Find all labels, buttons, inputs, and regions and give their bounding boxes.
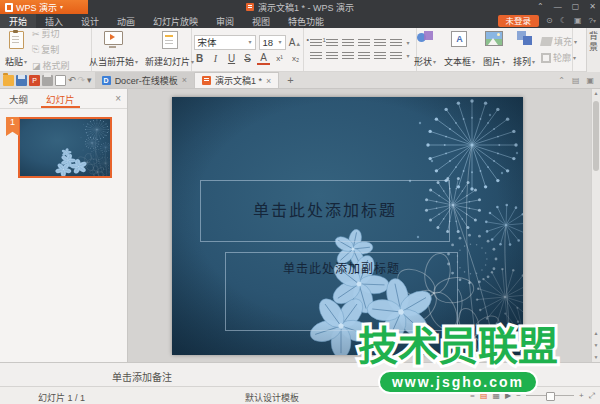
- play-from-current-button[interactable]: 从当前开始▾: [87, 30, 140, 69]
- bold-button[interactable]: B: [193, 53, 206, 64]
- outline-icon: [541, 53, 551, 63]
- font-size-select[interactable]: 18▾: [259, 35, 286, 50]
- underline-button[interactable]: U: [225, 53, 238, 64]
- document-tab-bar: P ↶ ↷ ▾ D Docer-在线模板 × 演示文稿1 * × + ⌃ ▤ ▣: [0, 72, 600, 89]
- previous-slide-icon[interactable]: ▲: [592, 331, 600, 336]
- doc-tab-docer[interactable]: D Docer-在线模板 ×: [95, 72, 195, 88]
- font-name-select[interactable]: 宋体▾: [194, 35, 256, 50]
- justify-icon[interactable]: [358, 52, 370, 61]
- watermark: 技术员联盟 技术员联盟 www.jsgho.com: [352, 325, 564, 394]
- copy-button[interactable]: ⎘ 复制: [32, 43, 70, 56]
- insert-group: 形状▾ A 文本框▾ 图片▾ 排列▾ 填充▾ 轮廓▾: [417, 28, 573, 71]
- vertical-scrollbar[interactable]: ▲ ▲ ▼ ▼: [591, 89, 600, 362]
- tab-special-features[interactable]: 特色功能: [279, 14, 333, 28]
- slide-number-tag: 1: [6, 117, 19, 136]
- tab-animation[interactable]: 动画: [108, 14, 144, 28]
- next-slide-icon[interactable]: ▼: [592, 343, 600, 348]
- print-preview-icon[interactable]: [55, 75, 66, 86]
- close-button[interactable]: ✕: [589, 3, 596, 11]
- close-tab-icon[interactable]: ×: [182, 75, 187, 85]
- tab-review[interactable]: 审阅: [207, 14, 243, 28]
- text-direction-icon[interactable]: [390, 39, 402, 48]
- paste-button[interactable]: 粘贴▾: [3, 30, 29, 69]
- tabbar-tool-icon-3[interactable]: ▣: [586, 76, 594, 85]
- strikethrough-button[interactable]: S: [241, 53, 254, 64]
- distribute-icon[interactable]: [374, 52, 386, 61]
- subtitle-placeholder[interactable]: 单击此处添加副标题: [225, 252, 458, 331]
- feedback-icon[interactable]: ⊙: [546, 17, 553, 25]
- subscript-button[interactable]: x₂: [289, 54, 302, 63]
- new-tab-button[interactable]: +: [279, 72, 301, 88]
- tab-view[interactable]: 视图: [243, 14, 279, 28]
- open-file-icon[interactable]: [3, 75, 14, 86]
- scissors-icon: ✂: [32, 29, 40, 39]
- close-tab-icon[interactable]: ×: [266, 76, 271, 86]
- italic-button[interactable]: I: [209, 53, 222, 64]
- wps-logo-button[interactable]: WPS 演示 ▾: [0, 0, 88, 14]
- slide-thumbnail-1[interactable]: 1: [18, 117, 112, 178]
- minimize-button[interactable]: —: [554, 3, 562, 11]
- line-spacing-icon[interactable]: [374, 39, 386, 48]
- tab-design[interactable]: 设计: [72, 14, 108, 28]
- arrange-button[interactable]: 排列▾: [511, 30, 537, 69]
- slide-thumbnail-art: [20, 119, 110, 176]
- align-left-icon[interactable]: [310, 52, 322, 61]
- fit-window-icon[interactable]: ⤢: [589, 392, 595, 400]
- tab-slideshow[interactable]: 幻灯片放映: [144, 14, 207, 28]
- slides-tab[interactable]: 幻灯片: [37, 89, 84, 108]
- play-slideshow-icon: [104, 31, 123, 45]
- bullet-list-icon[interactable]: [310, 39, 322, 48]
- tab-insert[interactable]: 插入: [36, 14, 72, 28]
- side-panel-tab[interactable]: 背景: [586, 28, 600, 72]
- numbered-list-icon[interactable]: [326, 39, 338, 48]
- maximize-button[interactable]: ▢: [572, 3, 580, 11]
- help-icon[interactable]: ?▾: [589, 17, 596, 25]
- skin-icon[interactable]: ▣: [574, 17, 582, 25]
- scroll-up-icon[interactable]: ▲: [592, 91, 600, 96]
- slide-1[interactable]: 单击此处添加标题 单击此处添加副标题: [172, 97, 523, 355]
- clipboard-group: 粘贴▾ ✂ 剪切 ⎘ 复制 ◪ 格式刷: [0, 28, 92, 71]
- paragraph-group: ▾ ▾: [304, 28, 417, 71]
- login-button[interactable]: 未登录: [498, 15, 540, 27]
- align-center-icon[interactable]: [326, 52, 338, 61]
- tabbar-tool-icon-2[interactable]: ▤: [572, 76, 580, 85]
- outline-button[interactable]: 轮廓▾: [541, 51, 577, 64]
- copy-icon: ⎘: [32, 44, 39, 55]
- decrease-indent-icon[interactable]: [342, 39, 354, 48]
- night-mode-icon[interactable]: ☾: [560, 17, 567, 25]
- picture-button[interactable]: 图片▾: [481, 30, 507, 69]
- title-placeholder[interactable]: 单击此处添加标题: [200, 180, 450, 242]
- cut-button[interactable]: ✂ 剪切: [32, 27, 70, 40]
- columns-icon[interactable]: [390, 52, 402, 61]
- tab-home[interactable]: 开始: [0, 14, 36, 28]
- textbox-button[interactable]: A 文本框▾: [442, 30, 477, 69]
- export-pdf-icon[interactable]: P: [29, 75, 40, 86]
- zoom-slider[interactable]: [526, 395, 574, 396]
- collapse-ribbon-icon[interactable]: ⌃: [537, 3, 544, 11]
- align-right-icon[interactable]: [342, 52, 354, 61]
- increase-font-icon[interactable]: A▲: [289, 37, 302, 48]
- qat-caret-icon[interactable]: ▾: [87, 76, 92, 85]
- shapes-button[interactable]: 形状▾: [412, 30, 438, 69]
- scroll-down-icon[interactable]: ▼: [592, 355, 600, 360]
- scrollbar-handle[interactable]: [593, 101, 599, 171]
- zoom-in-icon[interactable]: +: [579, 392, 584, 400]
- fill-button[interactable]: 填充▾: [541, 35, 577, 48]
- superscript-button[interactable]: x¹: [273, 54, 286, 63]
- close-panel-icon[interactable]: ×: [115, 93, 121, 104]
- font-color-button[interactable]: A: [257, 53, 270, 65]
- save-icon[interactable]: [16, 75, 27, 86]
- print-icon[interactable]: [42, 75, 53, 86]
- undo-icon[interactable]: ↶: [68, 76, 76, 85]
- new-slide-button[interactable]: 新建幻灯片▾: [143, 30, 196, 69]
- ribbon: 粘贴▾ ✂ 剪切 ⎘ 复制 ◪ 格式刷 从当前开始▾: [0, 28, 600, 72]
- format-painter-button[interactable]: ◪ 格式刷: [32, 59, 70, 72]
- doc-tab-presentation1[interactable]: 演示文稿1 * ×: [195, 72, 279, 88]
- titlebar: WPS 演示 ▾ 演示文稿1 * - WPS 演示 ⌃ — ▢ ✕: [0, 0, 600, 14]
- watermark-url: www.jsgho.com: [378, 370, 538, 394]
- increase-indent-icon[interactable]: [358, 39, 370, 48]
- tabbar-tool-icon-1[interactable]: ⌃: [558, 76, 565, 85]
- editing-canvas: 单击此处添加标题 单击此处添加副标题: [128, 89, 591, 362]
- redo-icon[interactable]: ↷: [78, 76, 86, 85]
- outline-tab[interactable]: 大纲: [0, 89, 37, 108]
